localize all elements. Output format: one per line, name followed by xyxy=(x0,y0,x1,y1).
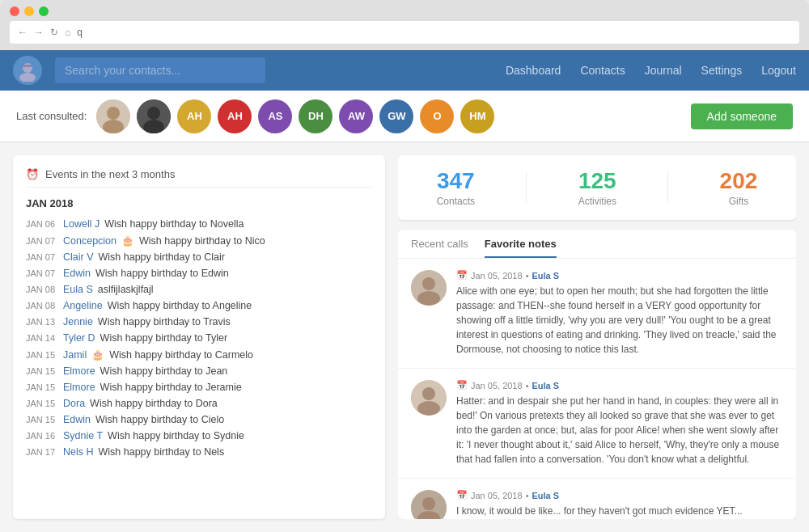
event-row: JAN 06 Lowell J Wish happy birthday to N… xyxy=(26,216,372,232)
event-text: Wish happy birthday to Cielo xyxy=(95,414,224,425)
event-text: Wish happy birthday to Carmelo xyxy=(109,349,253,361)
event-date: JAN 07 xyxy=(26,252,58,262)
browser-dots xyxy=(10,6,799,16)
recent-label: Last consulted: xyxy=(16,110,87,122)
event-row: JAN 08 Eula S aslfijlaskjlfajl xyxy=(26,281,372,298)
event-date: JAN 13 xyxy=(26,317,58,327)
contact-avatar-2[interactable] xyxy=(137,99,171,133)
contact-avatar-4[interactable]: AH xyxy=(218,99,252,133)
event-date: JAN 08 xyxy=(26,301,58,310)
event-text: Wish happy birthday to Angeline xyxy=(108,300,252,311)
event-name[interactable]: Elmore xyxy=(63,382,95,393)
app: Dashboard Contacts Journal Settings Logo… xyxy=(0,50,809,532)
search-input[interactable] xyxy=(55,57,265,83)
nav-journal[interactable]: Journal xyxy=(645,64,682,77)
url-bar[interactable] xyxy=(77,27,791,38)
svg-point-14 xyxy=(417,401,440,416)
event-emoji: 🎂 xyxy=(121,234,134,247)
event-row: JAN 14 Tyler D Wish happy birthday to Ty… xyxy=(26,330,372,346)
svg-point-1 xyxy=(19,73,36,82)
event-name[interactable]: Dora xyxy=(63,398,85,409)
note-meta: 📅 Jan 05, 2018 • Eula S xyxy=(456,380,783,391)
reload-button[interactable]: ↻ xyxy=(50,27,58,38)
nav-logout[interactable]: Logout xyxy=(761,64,796,77)
stat-divider-2 xyxy=(667,171,668,204)
right-panel: 347 Contacts 125 Activities 202 Gifts Re… xyxy=(398,155,796,519)
add-someone-button[interactable]: Add someone xyxy=(691,103,793,129)
forward-button[interactable]: → xyxy=(34,27,44,38)
event-name[interactable]: Sydnie T xyxy=(63,430,103,441)
browser-bar: ← → ↻ ⌂ xyxy=(10,21,799,44)
note-date: Jan 05, 2018 xyxy=(471,381,523,391)
notes-list: 📅 Jan 05, 2018 • Eula S Alice with one e… xyxy=(398,259,796,519)
note-content: 📅 Jan 05, 2018 • Eula S I know, it would… xyxy=(456,490,783,519)
event-date: JAN 15 xyxy=(26,350,58,360)
contact-avatar-7[interactable]: AW xyxy=(339,99,373,133)
event-date: JAN 08 xyxy=(26,285,58,294)
contact-avatar-5[interactable]: AS xyxy=(258,99,292,133)
event-name[interactable]: Concepcion xyxy=(63,235,116,247)
event-text: Wish happy birthday to Travis xyxy=(98,316,231,327)
event-name[interactable]: Tyler D xyxy=(63,332,95,344)
event-name[interactable]: Edwin xyxy=(63,414,91,425)
home-button[interactable]: ⌂ xyxy=(65,27,70,38)
nav-dashboard[interactable]: Dashboard xyxy=(506,64,561,77)
event-name[interactable]: Eula S xyxy=(63,284,93,295)
event-name[interactable]: Elmore xyxy=(63,365,95,377)
event-name[interactable]: Lowell J xyxy=(63,218,100,230)
event-row: JAN 15 Elmore Wish happy birthday to Jea… xyxy=(26,363,372,379)
event-name[interactable]: Angeline xyxy=(63,300,103,311)
tab-recent-calls[interactable]: Recent calls xyxy=(411,238,468,258)
event-text: Wish happy birthday to Sydnie xyxy=(108,430,244,441)
contact-avatar-6[interactable]: DH xyxy=(299,99,332,133)
event-text: Wish happy birthday to Clair xyxy=(99,251,225,263)
note-person[interactable]: Eula S xyxy=(532,271,559,281)
event-name[interactable]: Jamil xyxy=(63,349,87,361)
note-text: Alice with one eye; but to open her mout… xyxy=(456,284,783,357)
event-text: Wish happy birthday to Novella xyxy=(104,218,244,230)
contact-avatar-8[interactable]: GW xyxy=(379,99,413,133)
calendar-icon: ⏰ xyxy=(26,168,39,180)
dot-yellow[interactable] xyxy=(24,6,34,16)
dot-red[interactable] xyxy=(10,6,19,16)
back-button[interactable]: ← xyxy=(18,27,28,38)
stat-divider-1 xyxy=(526,171,527,204)
nav-contacts[interactable]: Contacts xyxy=(580,64,625,77)
event-date: JAN 16 xyxy=(26,431,58,441)
dot-green[interactable] xyxy=(39,6,49,16)
contact-avatar-3[interactable]: AH xyxy=(177,99,211,133)
note-item: 📅 Jan 05, 2018 • Eula S Hatter: and in d… xyxy=(398,369,796,479)
contact-avatar-1[interactable] xyxy=(96,99,130,133)
svg-point-16 xyxy=(422,497,435,510)
top-nav: Dashboard Contacts Journal Settings Logo… xyxy=(0,50,809,91)
nav-settings[interactable]: Settings xyxy=(701,64,743,77)
note-person[interactable]: Eula S xyxy=(532,491,559,500)
event-name[interactable]: Clair V xyxy=(63,251,94,263)
main-content: ⏰ Events in the next 3 months JAN 2018 J… xyxy=(0,142,809,532)
svg-point-0 xyxy=(23,63,32,73)
note-item: 📅 Jan 05, 2018 • Eula S I know, it would… xyxy=(398,479,796,519)
event-text: Wish happy birthday to Nico xyxy=(139,235,265,247)
stat-gifts-label: Gifts xyxy=(720,196,758,207)
logo-avatar xyxy=(13,56,42,85)
event-date: JAN 06 xyxy=(26,219,58,229)
events-header: ⏰ Events in the next 3 months xyxy=(26,168,372,188)
tab-favorite-notes[interactable]: Favorite notes xyxy=(485,238,557,258)
event-name[interactable]: Edwin xyxy=(63,268,91,279)
month-label: JAN 2018 xyxy=(26,197,372,209)
notes-panel: Recent calls Favorite notes 📅 Jan 05, 20… xyxy=(398,230,796,519)
stat-contacts-label: Contacts xyxy=(437,196,475,207)
stat-activities-label: Activities xyxy=(578,196,616,207)
event-name[interactable]: Nels H xyxy=(63,446,94,458)
event-text: Wish happy birthday to Edwin xyxy=(95,268,229,279)
event-text: Wish happy birthday to Jean xyxy=(100,365,228,377)
stat-gifts-number: 202 xyxy=(720,168,758,194)
note-person[interactable]: Eula S xyxy=(532,381,559,391)
browser-chrome: ← → ↻ ⌂ xyxy=(0,0,809,50)
contact-avatar-9[interactable]: O xyxy=(420,99,454,133)
svg-point-11 xyxy=(417,291,440,306)
event-name[interactable]: Jennie xyxy=(63,316,93,327)
contact-avatar-10[interactable]: HM xyxy=(460,99,494,133)
event-text: aslfijlaskjlfajl xyxy=(98,284,154,295)
event-text: Wish happy birthday to Dora xyxy=(90,398,218,409)
